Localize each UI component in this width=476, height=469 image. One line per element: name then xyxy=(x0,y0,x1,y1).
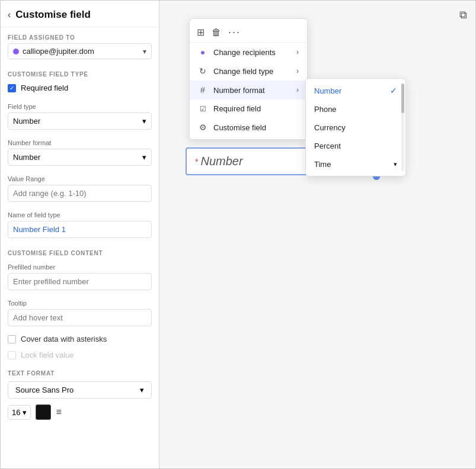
submenu-item-number[interactable]: Number ✓ xyxy=(306,81,405,100)
required-field-menu-icon: ☑ xyxy=(198,105,207,113)
recipients-icon: ● xyxy=(198,47,207,57)
number-format-select[interactable]: Number ▾ xyxy=(8,149,152,166)
customise-field-content-label: CUSTOMISE FIELD CONTENT xyxy=(1,243,159,259)
left-panel: ‹ Customise field FIELD ASSIGNED TO call… xyxy=(1,1,159,469)
number-format-item[interactable]: # Number format › Number ✓ Phone Currenc… xyxy=(190,81,307,99)
field-input-placeholder: Number xyxy=(200,155,242,168)
change-recipients-label: Change recipients xyxy=(213,48,276,57)
page-title: Customise field xyxy=(15,9,91,21)
required-star-icon: * xyxy=(195,157,198,166)
recipients-arrow-icon: › xyxy=(296,48,299,56)
field-assigned-section-label: FIELD ASSIGNED TO xyxy=(1,27,159,43)
field-type-label: Field type xyxy=(8,103,152,110)
required-field-row: Required field xyxy=(1,80,159,98)
field-type-chevron-icon: ▾ xyxy=(142,117,146,126)
number-format-chevron-icon: ▾ xyxy=(142,153,146,162)
cover-data-label: Cover data with asterisks xyxy=(21,335,107,343)
submenu-item-time[interactable]: Time ▾ xyxy=(306,155,405,174)
change-field-type-item[interactable]: ↻ Change field type › xyxy=(190,62,307,81)
name-of-field-type-label: Name of field type xyxy=(8,211,152,219)
font-selector-chevron-icon: ▾ xyxy=(140,386,144,394)
back-button[interactable]: ‹ xyxy=(8,9,11,20)
required-field-item-label: Required field xyxy=(213,104,261,113)
purple-dot-icon xyxy=(13,49,19,54)
font-selector[interactable]: Source Sans Pro ▾ xyxy=(8,381,152,399)
context-menu-top-icons: ⊞ 🗑 ··· xyxy=(190,21,307,43)
value-range-label: Value Range xyxy=(8,175,152,182)
lock-field-row: Lock field value xyxy=(1,347,159,363)
cover-data-checkbox[interactable] xyxy=(8,335,16,343)
name-of-field-type-input[interactable] xyxy=(8,221,152,238)
required-field-item[interactable]: ☑ Required field xyxy=(190,99,307,118)
chevron-down-icon: ▾ xyxy=(143,47,146,56)
lock-field-checkbox[interactable] xyxy=(8,351,16,359)
prefilled-number-label: Prefilled number xyxy=(8,264,152,271)
customise-field-icon: ⚙ xyxy=(198,123,207,132)
assigned-email: calliope@jupiter.dom xyxy=(23,47,143,56)
font-color-swatch[interactable] xyxy=(36,404,51,420)
font-size-value: 16 xyxy=(12,408,20,417)
submenu-time-label: Time xyxy=(314,160,331,169)
number-format-submenu: Number ✓ Phone Currency Percent Time ▾ xyxy=(305,78,406,176)
prefilled-number-input[interactable] xyxy=(8,273,152,290)
customise-field-item-label: Customise field xyxy=(213,123,266,132)
field-type-value: Number xyxy=(13,117,40,126)
number-format-item-label: Number format xyxy=(213,86,265,95)
required-field-label: Required field xyxy=(21,83,68,92)
submenu-item-percent[interactable]: Percent xyxy=(306,137,405,155)
customise-field-item[interactable]: ⚙ Customise field xyxy=(190,118,307,137)
number-format-group: Number format Number ▾ xyxy=(1,134,159,171)
context-menu: ⊞ 🗑 ··· ● Change recipients › ↻ Change f… xyxy=(189,18,308,140)
font-name-label: Source Sans Pro xyxy=(15,386,74,394)
trash-icon[interactable]: 🗑 xyxy=(212,27,221,38)
font-size-chevron-icon: ▾ xyxy=(23,408,27,417)
copy-icon[interactable]: ⧉ xyxy=(459,9,467,21)
submenu-phone-label: Phone xyxy=(314,105,337,114)
number-format-icon: # xyxy=(198,85,207,95)
back-header: ‹ Customise field xyxy=(1,1,159,27)
submenu-item-currency[interactable]: Currency xyxy=(306,118,405,137)
value-range-input[interactable] xyxy=(8,185,152,202)
tooltip-input[interactable] xyxy=(8,309,152,326)
submenu-percent-label: Percent xyxy=(314,142,341,150)
customise-field-type-label: CUSTOMISE FIELD TYPE xyxy=(1,64,159,80)
required-field-checkbox[interactable] xyxy=(8,84,16,92)
submenu-currency-label: Currency xyxy=(314,123,346,132)
field-type-select[interactable]: Number ▾ xyxy=(8,113,152,130)
more-options-icon[interactable]: ··· xyxy=(228,26,241,38)
check-mark-icon: ✓ xyxy=(390,86,397,95)
value-range-group: Value Range xyxy=(1,171,159,207)
submenu-time-chevron-icon: ▾ xyxy=(394,160,397,168)
lock-field-label: Lock field value xyxy=(21,351,74,359)
change-recipients-item[interactable]: ● Change recipients › xyxy=(190,43,307,62)
submenu-scroll-thumb xyxy=(401,83,404,113)
font-size-select[interactable]: 16 ▾ xyxy=(8,405,31,420)
text-align-icon[interactable]: ≡ xyxy=(56,407,61,417)
field-type-group: Field type Number ▾ xyxy=(1,98,159,134)
field-assigned-dropdown[interactable]: calliope@jupiter.dom ▾ xyxy=(8,43,152,59)
change-field-type-arrow-icon: › xyxy=(296,67,299,75)
submenu-number-label: Number xyxy=(314,86,341,95)
name-of-field-type-group: Name of field type xyxy=(1,207,159,243)
cover-data-row: Cover data with asterisks xyxy=(1,331,159,347)
change-field-type-icon: ↻ xyxy=(198,66,207,76)
prefilled-number-group: Prefilled number xyxy=(1,259,159,295)
grid-icon[interactable]: ⊞ xyxy=(197,27,205,38)
font-size-row: 16 ▾ ≡ xyxy=(1,401,159,423)
tooltip-group: Tooltip xyxy=(1,295,159,331)
text-format-section-label: TEXT FORMAT xyxy=(1,363,159,379)
number-format-label: Number format xyxy=(8,139,152,146)
right-panel: ⧉ ⊞ 🗑 ··· ● Change recipients › ↻ Change… xyxy=(159,1,475,468)
number-format-value: Number xyxy=(13,153,40,162)
submenu-item-phone[interactable]: Phone xyxy=(306,100,405,118)
submenu-scrollbar xyxy=(401,83,404,171)
number-format-arrow-icon: › xyxy=(296,86,299,94)
tooltip-label: Tooltip xyxy=(8,300,152,307)
change-field-type-label: Change field type xyxy=(213,67,273,76)
